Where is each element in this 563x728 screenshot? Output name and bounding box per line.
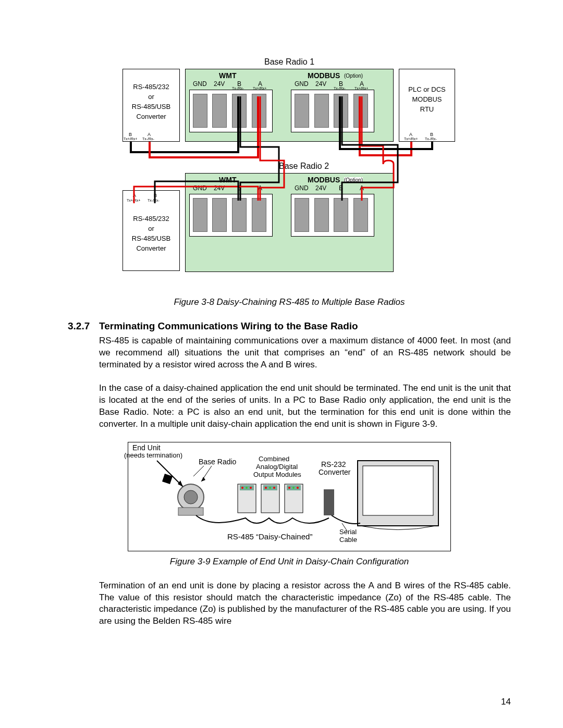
svg-point-15 bbox=[241, 487, 243, 489]
page-number: 14 bbox=[501, 697, 511, 707]
svg-rect-8 bbox=[178, 508, 203, 515]
svg-rect-24 bbox=[324, 489, 334, 515]
section-number: 3.2.7 bbox=[68, 320, 99, 332]
figure-3-9-caption: Figure 3-9 Example of End Unit in Daisy-… bbox=[68, 557, 511, 567]
svg-marker-5 bbox=[201, 477, 205, 482]
svg-point-19 bbox=[269, 487, 271, 489]
svg-point-17 bbox=[250, 487, 252, 489]
wiring-overlay bbox=[123, 57, 456, 281]
figure-3-8-caption: Figure 3-8 Daisy-Chaining RS-485 to Mult… bbox=[68, 297, 511, 307]
svg-point-18 bbox=[265, 487, 267, 489]
svg-rect-26 bbox=[363, 466, 433, 515]
svg-point-22 bbox=[292, 487, 295, 489]
svg-point-23 bbox=[297, 487, 299, 489]
figure-3-9-drawing bbox=[128, 442, 451, 552]
svg-line-27 bbox=[342, 523, 347, 531]
paragraph-3: Termination of an end unit is done by pl… bbox=[99, 580, 511, 628]
figure-3-8: Base Radio 1 RS-485/232 or RS-485/USB Co… bbox=[123, 57, 456, 281]
svg-point-7 bbox=[184, 490, 198, 504]
section-heading: 3.2.7 Terminating Communications Wiring … bbox=[68, 320, 511, 332]
svg-point-16 bbox=[246, 487, 248, 489]
section-title: Terminating Communications Wiring to the… bbox=[99, 320, 358, 332]
svg-marker-3 bbox=[193, 466, 204, 476]
figure-3-9: End Unit (needs termination) Base Radio … bbox=[128, 442, 451, 551]
paragraph-1: RS-485 is capable of maintaining communi… bbox=[99, 335, 511, 371]
paragraph-2: In the case of a daisy-chained applicati… bbox=[99, 382, 511, 430]
svg-marker-1 bbox=[178, 480, 183, 487]
svg-point-21 bbox=[288, 487, 290, 489]
svg-point-20 bbox=[273, 487, 275, 489]
